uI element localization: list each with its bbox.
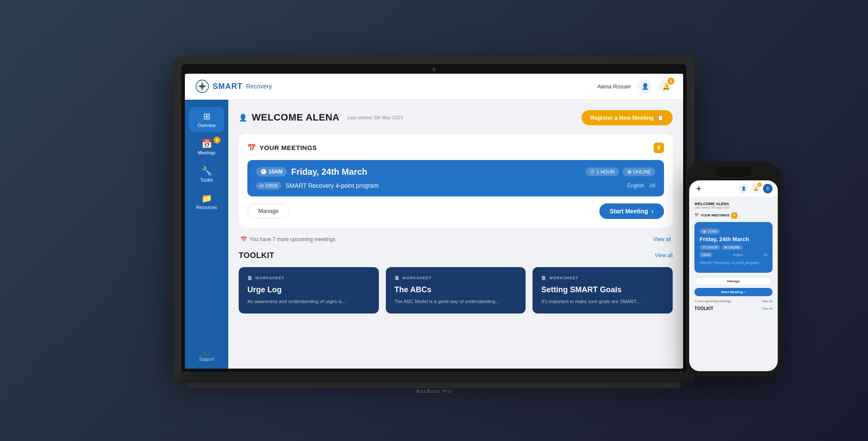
arrow-right-icon: ›	[651, 208, 654, 215]
sidebar: ⊞ Overview 📅 Meetings 8 🔧 Toolkit	[185, 100, 228, 369]
meetings-count-badge: 8	[654, 143, 664, 153]
phone-toolkit-view-all-link[interactable]: View all	[762, 307, 773, 310]
phone-duration-badge: ⏱ 1 HOUR	[700, 245, 720, 250]
mode-text: ONLINE	[633, 169, 651, 174]
clock-icon: 🕙	[260, 169, 267, 175]
overview-icon: ⊞	[203, 111, 210, 121]
phone-meeting-time: ⏰ 10AM	[700, 229, 720, 234]
laptop-brand-label: MacBook Pro	[174, 389, 694, 394]
phone-audience-text: All	[764, 253, 767, 256]
meeting-time-area: 🕙 10AM Friday, 24th March	[256, 167, 367, 177]
welcome-title: WELCOME ALENA	[252, 112, 339, 123]
support-icon: 🎧	[202, 347, 211, 355]
start-btn-label: Start Meeting	[610, 208, 648, 215]
meeting-actions: Manage Start Meeting ›	[247, 203, 664, 219]
laptop-frame: SMART Recovery. Alena Rosser 👤 🔔 2	[174, 56, 694, 372]
calendar-icon-sm: 📅	[240, 236, 247, 242]
phone-program-name: SMART Recovery 4-point program	[700, 261, 767, 265]
sidebar-support-button[interactable]: 🎧 Support	[199, 340, 214, 362]
phone-start-meeting-button[interactable]: Start Meeting ›	[694, 288, 773, 296]
worksheet-icon-1: 📄	[247, 276, 253, 280]
meetings-title-area: 📅 YOUR MEETINGS	[247, 144, 317, 152]
phone-manage-button[interactable]: Manage	[694, 277, 773, 285]
bell-icon: 🔔	[662, 83, 670, 90]
meeting-card-top: 🕙 10AM Friday, 24th March ⏱ 1 HOU	[256, 167, 655, 177]
tag-icon: 🏷	[260, 183, 264, 188]
register-meeting-button[interactable]: Register a New Meeting 📋	[582, 110, 673, 125]
phone-calendar-icon: 📅	[694, 213, 699, 217]
trackpad	[408, 377, 460, 380]
phone-mockup: 👤 🔔 2 ☰ WELCOME ALENA Last visited: 5th …	[686, 162, 781, 376]
language-text: English	[627, 183, 644, 189]
meeting-time-badge: 🕙 10AM	[256, 167, 287, 176]
phone-bell-icon[interactable]: 🔔 2	[751, 184, 760, 193]
phone-upcoming-row: 7 more upcoming meetings View all	[694, 300, 773, 303]
manage-button[interactable]: Manage	[247, 204, 289, 218]
sidebar-support-label: Support	[199, 357, 214, 362]
last-visited-text: Last visited: 5th May 2023	[347, 115, 403, 120]
phone-meeting-card: ⏰ 10AM Friday, 24th March ⏱ 1 HOUR 🖥 O	[694, 222, 773, 273]
phone-frame: 👤 🔔 2 ☰ WELCOME ALENA Last visited: 5th …	[686, 162, 781, 376]
sidebar-item-resources[interactable]: 📁 Resources	[189, 189, 224, 214]
monitor-icon: 🖥	[627, 169, 631, 174]
calendar-plus-icon: 📋	[657, 114, 664, 121]
phone-lang-text: English	[733, 253, 743, 256]
phone-monitor-icon: 🖥	[724, 246, 727, 249]
meeting-program-area: 🏷 #3926 SMART Recovery 4-point program	[256, 182, 378, 189]
phone-toolkit-row: TOOLKIT View all	[694, 306, 773, 311]
laptop-base	[174, 372, 694, 383]
notification-button[interactable]: 🔔 2	[659, 79, 673, 93]
audience-text: All	[650, 183, 655, 189]
phone-clock-icon: ⏰	[702, 229, 707, 233]
user-icon: 👤	[641, 83, 649, 90]
sidebar-label-toolkit: Toolkit	[201, 178, 213, 183]
phone-menu-icon[interactable]: ☰	[763, 184, 773, 193]
logo-smart: SMART	[213, 82, 243, 91]
meeting-lang-area: English All	[627, 183, 655, 189]
phone-notch	[716, 167, 751, 177]
phone-header: 👤 🔔 2 ☰	[689, 180, 778, 197]
phone-welcome-title: WELCOME ALENA	[694, 202, 773, 206]
mode-badge: 🖥 ONLINE	[622, 167, 655, 176]
app-body: ⊞ Overview 📅 Meetings 8 🔧 Toolkit	[185, 100, 683, 369]
phone-last-visited: Last visited: 5th May 2023	[694, 206, 773, 209]
sidebar-item-toolkit[interactable]: 🔧 Toolkit	[189, 161, 224, 187]
meeting-card-bottom: 🏷 #3926 SMART Recovery 4-point program E…	[256, 182, 655, 189]
phone-arrow-icon: ›	[745, 290, 746, 294]
toolkit-view-all-link[interactable]: View all	[655, 252, 673, 258]
start-meeting-button[interactable]: Start Meeting ›	[599, 203, 664, 219]
card-desc-1: An awareness and understanding of urges …	[247, 298, 370, 305]
toolkit-card-abcs[interactable]: 📄 WORKSHEET The ABCs The ABC Model is a …	[386, 267, 526, 314]
sidebar-label-resources: Resources	[196, 205, 217, 210]
phone-timer-icon: ⏱	[702, 246, 705, 249]
laptop-camera	[432, 68, 436, 71]
sidebar-item-meetings[interactable]: 📅 Meetings 8	[189, 134, 224, 160]
meetings-view-all-link[interactable]: View all	[653, 236, 671, 242]
user-profile-button[interactable]: 👤	[638, 79, 652, 93]
phone-program-id: #3926	[700, 252, 712, 257]
toolkit-icon: 🔧	[201, 166, 212, 176]
toolkit-header: TOOLKIT View all	[239, 251, 673, 260]
sidebar-item-overview[interactable]: ⊞ Overview	[189, 107, 224, 132]
logo-area: SMART Recovery.	[195, 79, 273, 93]
program-id-text: #3926	[266, 183, 278, 188]
phone-header-icons: 👤 🔔 2 ☰	[739, 184, 773, 193]
toolkit-card-urge-log[interactable]: 📄 WORKSHEET Urge Log An awareness and un…	[239, 267, 379, 314]
register-btn-label: Register a New Meeting	[590, 114, 654, 121]
phone-logo-icon	[694, 184, 703, 193]
worksheet-icon-2: 📄	[395, 276, 400, 280]
phone-view-all-link[interactable]: View all	[762, 300, 773, 303]
person-icon: 👤	[239, 114, 247, 122]
phone-mode-badge: 🖥 ONLINE	[722, 245, 742, 250]
card-title-2: The ABCs	[395, 285, 517, 294]
notification-badge: 2	[667, 78, 674, 85]
phone-program-row: #3926 English All	[700, 252, 767, 257]
phone-user-icon[interactable]: 👤	[739, 184, 748, 193]
toolkit-card-smart-goals[interactable]: 📄 WORKSHEET Setting SMART Goals It's imp…	[533, 267, 673, 314]
card-type-3: 📄 WORKSHEET	[541, 276, 664, 280]
welcome-area: 👤 WELCOME ALENA Last visited: 5th May 20…	[239, 112, 403, 123]
phone-notification-badge: 2	[757, 183, 762, 187]
upcoming-meetings-row: 📅 You have 7 more upcoming meetings View…	[239, 236, 673, 242]
card-title-1: Urge Log	[247, 285, 370, 294]
duration-badge: ⏱ 1 HOUR	[585, 167, 619, 176]
